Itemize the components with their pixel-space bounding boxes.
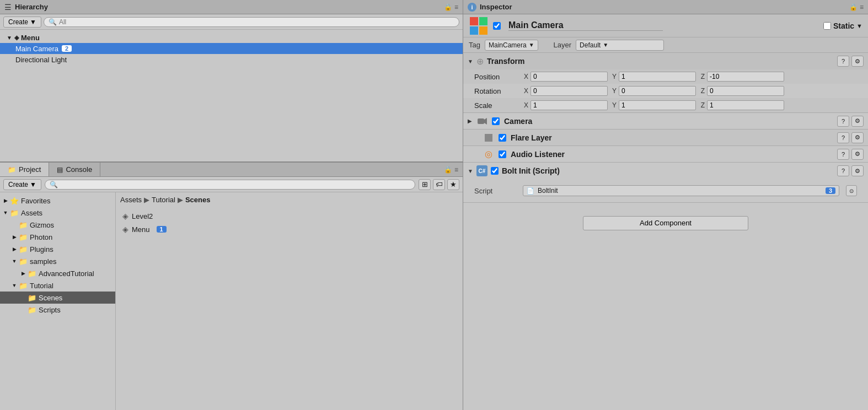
tab-console[interactable]: ▤ Console (49, 163, 100, 176)
camera-help-btn[interactable]: ? (837, 116, 849, 127)
tree-item-gizmos[interactable]: 📁 Gizmos (0, 219, 115, 231)
hierarchy-root-item[interactable]: ▼ ◈ Menu (0, 32, 463, 43)
svg-rect-4 (478, 118, 484, 124)
audio-listener-row: ◎ Audio Listener ? ⚙ (463, 146, 868, 163)
hierarchy-item-directional-light[interactable]: Directional Light (0, 54, 463, 65)
tree-item-assets[interactable]: ▼ 📁 Assets (0, 207, 115, 219)
tree-item-scenes[interactable]: 📁 Scenes (0, 292, 115, 304)
rotation-x-input[interactable] (531, 86, 608, 96)
project-search-icon: 🔍 (50, 181, 58, 188)
inspector-lock-icon[interactable]: 🔒 (849, 3, 858, 11)
tutorial-label: Tutorial (30, 282, 53, 290)
scale-x-input[interactable] (531, 100, 608, 110)
project-toolbar: Create ▼ 🔍 ⊞ 🏷 ★ (0, 177, 463, 192)
position-x-input[interactable] (531, 72, 608, 82)
tag-label: Tag (469, 41, 480, 49)
hierarchy-main-camera-badge: 2 (62, 45, 72, 52)
transform-settings-btn[interactable]: ⚙ (851, 56, 864, 67)
tree-item-scripts[interactable]: 📁 Scripts (0, 304, 115, 316)
rotation-y-label: Y (609, 87, 617, 95)
hierarchy-menu-icon[interactable]: ≡ (454, 3, 458, 11)
scale-z-input[interactable] (707, 100, 784, 110)
project-tab-label: Project (19, 165, 41, 174)
project-create-button[interactable]: Create ▼ (3, 179, 41, 190)
breadcrumb-tutorial[interactable]: Tutorial (152, 196, 175, 204)
flare-layer-help-btn[interactable]: ? (837, 132, 849, 143)
transform-section-btns: ? ⚙ (837, 56, 864, 67)
rotation-xyz-group: X Y Z (521, 86, 864, 96)
project-search-input[interactable] (60, 181, 410, 188)
tab-project[interactable]: 📁 Project (0, 163, 49, 176)
camera-enabled-checkbox[interactable] (492, 117, 500, 125)
position-z-input[interactable] (707, 72, 784, 82)
tree-item-plugins[interactable]: ▶ 📁 Plugins (0, 243, 115, 255)
inspector-menu-icon[interactable]: ≡ (860, 3, 864, 11)
tag-select[interactable]: MainCamera ▼ (485, 40, 538, 51)
rotation-y-input[interactable] (619, 86, 696, 96)
breadcrumb-assets[interactable]: Assets (120, 196, 142, 204)
samples-tri: ▼ (11, 258, 18, 264)
asset-level2-icon: ◈ (122, 212, 128, 220)
console-tab-label: Console (66, 165, 92, 174)
hierarchy-search-input[interactable] (59, 18, 454, 26)
hierarchy-main-camera-label: Main Camera (15, 45, 58, 53)
audio-listener-help-btn[interactable]: ? (837, 149, 849, 160)
object-enabled-checkbox[interactable] (493, 22, 501, 30)
audio-listener-checkbox[interactable] (499, 150, 506, 158)
bolt-init-checkbox[interactable] (491, 167, 499, 175)
static-checkbox[interactable] (823, 22, 831, 30)
rotation-z-input[interactable] (707, 86, 784, 96)
add-component-button[interactable]: Add Component (583, 216, 748, 230)
bolt-init-help-btn[interactable]: ? (837, 165, 849, 176)
hierarchy-lock-icon[interactable]: 🔒 (444, 3, 452, 11)
static-dropdown-arrow[interactable]: ▼ (856, 23, 862, 29)
flare-layer-settings-btn[interactable]: ⚙ (851, 132, 864, 143)
position-y-input[interactable] (619, 72, 696, 82)
scripts-icon: 📁 (28, 306, 36, 314)
svg-rect-3 (479, 26, 487, 35)
project-lock-icon[interactable]: 🔒 (444, 166, 452, 174)
flare-layer-btns: ? ⚙ (837, 132, 864, 143)
add-component-area: Add Component (463, 203, 868, 244)
tree-item-tutorial[interactable]: ▼ 📁 Tutorial (0, 279, 115, 292)
bolt-init-title: Bolt Init (Script) (502, 166, 834, 175)
hierarchy-panel-icon: ☰ (4, 3, 12, 12)
hierarchy-create-button[interactable]: Create ▼ (3, 17, 41, 28)
tree-item-photon[interactable]: ▶ 📁 Photon (0, 231, 115, 243)
project-grid-icon[interactable]: ⊞ (419, 179, 431, 190)
scenes-label: Scenes (39, 294, 62, 302)
left-panel: ☰ Hierarchy 🔒 ≡ Create ▼ 🔍 ▼ ◈ Menu (0, 0, 463, 410)
transform-help-btn[interactable]: ? (837, 56, 849, 67)
audio-listener-settings-btn[interactable]: ⚙ (851, 149, 864, 160)
camera-settings-btn[interactable]: ⚙ (851, 116, 864, 127)
project-tag-icon[interactable]: 🏷 (433, 179, 445, 190)
hierarchy-panel: ☰ Hierarchy 🔒 ≡ Create ▼ 🔍 ▼ ◈ Menu (0, 0, 463, 163)
tree-item-advanced-tutorial[interactable]: ▶ 📁 AdvancedTutorial (0, 267, 115, 279)
flare-layer-checkbox[interactable] (499, 134, 506, 142)
object-name-input[interactable] (508, 20, 663, 31)
position-y-label: Y (609, 73, 617, 80)
audio-listener-btns: ? ⚙ (837, 149, 864, 160)
project-star-icon[interactable]: ★ (447, 179, 459, 190)
asset-level2[interactable]: ◈ Level2 (120, 209, 458, 223)
tutorial-tri: ▼ (11, 283, 18, 288)
script-target-btn[interactable]: ⊙ (846, 185, 857, 196)
transform-section-header[interactable]: ▼ ⊕ Transform ? ⚙ (463, 53, 868, 69)
create-dropdown-arrow: ▼ (30, 18, 36, 26)
tree-item-favorites[interactable]: ▶ ⭐ Favorites (0, 195, 115, 207)
root-unity-icon: ◈ (14, 34, 19, 41)
position-x-label: X (521, 73, 528, 80)
scale-y-input[interactable] (619, 100, 696, 110)
breadcrumb-scenes[interactable]: Scenes (185, 196, 211, 204)
script-field[interactable]: 📄 BoltInit 3 (523, 185, 839, 196)
project-menu-icon[interactable]: ≡ (454, 166, 458, 174)
tree-item-samples[interactable]: ▼ 📁 samples (0, 255, 115, 267)
bolt-init-settings-btn[interactable]: ⚙ (851, 165, 864, 176)
hierarchy-item-main-camera[interactable]: Main Camera 2 (0, 43, 463, 54)
bolt-init-header[interactable]: ▼ C# Bolt Init (Script) ? ⚙ (463, 163, 868, 179)
layer-select[interactable]: Default ▼ (576, 40, 664, 51)
asset-menu[interactable]: ◈ Menu 1 (120, 223, 458, 236)
static-area: Static ▼ (823, 21, 862, 30)
hierarchy-toolbar: Create ▼ 🔍 (0, 14, 463, 30)
favorites-label: Favorites (21, 197, 50, 205)
